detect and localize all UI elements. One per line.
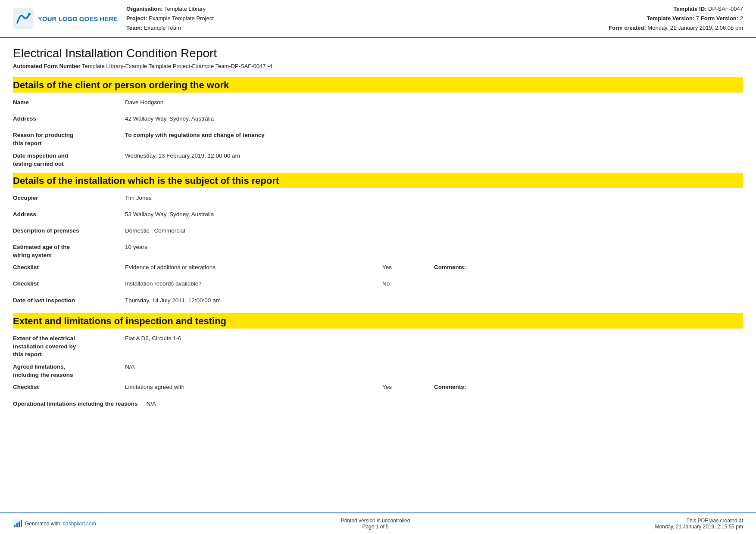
install-premises-row: Description of premises Domestic Commerc… — [13, 227, 743, 239]
extent-agreed-label: Agreed limitations,including the reasons — [13, 363, 125, 379]
install-date-last-row: Date of last inspection Thursday, 14 Jul… — [13, 297, 743, 309]
extent-operational-value: N/A — [147, 400, 743, 408]
extent-coverage-row: Extent of the electricalinstallation cov… — [13, 335, 743, 359]
client-date-row: Date inspection andtesting carried out W… — [13, 152, 743, 168]
template-version-row: Template Version: 7 Form Version: 2 — [609, 14, 743, 23]
team-label: Team: — [126, 25, 142, 31]
template-version-label: Template Version: — [647, 15, 694, 22]
client-reason-label: Reason for producingthis report — [13, 131, 125, 148]
client-date-value: Wednesday, 13 February 2019, 12:00:00 am — [125, 152, 743, 160]
form-version-value: 2 — [740, 15, 743, 22]
install-address-value: 53 Wallaby Way, Sydney, Australia — [125, 211, 743, 219]
install-premises-value: Domestic Commercial — [125, 227, 743, 235]
client-reason-row: Reason for producingthis report To compl… — [13, 131, 743, 148]
team-value: Example Team — [144, 25, 181, 31]
install-age-row: Estimated age of thewiring system 10 yea… — [13, 243, 743, 260]
install-checklist-2-yesno: No — [382, 280, 434, 287]
install-checklist-1-row: Checklist Evidence of additions or alter… — [13, 264, 743, 276]
extent-operational-row: Operational limitations including the re… — [13, 400, 743, 412]
project-label: Project: — [126, 15, 147, 22]
client-name-value: Dave Hodgson — [125, 99, 743, 107]
install-checklist-2-item: Installation records available? — [125, 280, 382, 287]
header-org-info: Organisation: Template Library Project: … — [126, 4, 600, 33]
report-title: Electrical Installation Condition Report — [13, 47, 743, 60]
svg-rect-4 — [16, 523, 18, 527]
project-row: Project: Example Template Project — [126, 14, 600, 23]
template-id-row: Template ID: DP-SAF-0047 — [609, 4, 743, 14]
page: YOUR LOGO GOES HERE Organisation: Templa… — [0, 0, 756, 534]
team-row: Team: Example Team — [126, 23, 600, 33]
extent-checklist-1-label: Checklist — [13, 384, 125, 390]
extent-agreed-value: N/A — [125, 363, 743, 371]
extent-agreed-row: Agreed limitations,including the reasons… — [13, 363, 743, 379]
footer-left: Generated with dashpivot.com — [13, 519, 96, 528]
install-occupier-row: Occupier Tim Jones — [13, 194, 743, 206]
section-client-heading: Details of the client or person ordering… — [13, 77, 743, 93]
extent-checklist-1-row: Checklist Limitations agreed with Yes Co… — [13, 384, 743, 396]
template-id-value: DP-SAF-0047 — [708, 6, 743, 12]
install-occupier-label: Occupier — [13, 194, 125, 202]
svg-rect-0 — [13, 8, 34, 29]
template-version-value: 7 — [696, 15, 699, 22]
footer-generated-link[interactable]: dashpivot.com — [62, 521, 96, 527]
svg-point-1 — [28, 13, 31, 16]
footer-page-text: Page 1 of 5 — [341, 524, 410, 530]
form-version-label: Form Version: — [701, 15, 738, 22]
footer: Generated with dashpivot.com Printed ver… — [0, 512, 756, 534]
install-address-label: Address — [13, 211, 125, 219]
install-date-last-label: Date of last inspection — [13, 297, 125, 305]
install-address-row: Address 53 Wallaby Way, Sydney, Australi… — [13, 211, 743, 223]
client-name-label: Name — [13, 99, 125, 107]
install-checklist-1-yesno: Yes — [382, 264, 434, 270]
footer-center: Printed version is uncontrolled Page 1 o… — [341, 518, 410, 530]
client-name-row: Name Dave Hodgson — [13, 99, 743, 111]
footer-generated-text: Generated with — [25, 521, 60, 527]
content: Electrical Installation Condition Report… — [0, 38, 756, 512]
organisation-row: Organisation: Template Library — [126, 4, 600, 14]
client-date-label: Date inspection andtesting carried out — [13, 152, 125, 168]
client-address-label: Address — [13, 115, 125, 123]
install-premises-label: Description of premises — [13, 227, 125, 235]
extent-checklist-1-item: Limitations agreed with — [125, 384, 382, 390]
logo-section: YOUR LOGO GOES HERE — [13, 4, 118, 33]
install-checklist-2-row: Checklist Installation records available… — [13, 280, 743, 292]
header-meta-info: Template ID: DP-SAF-0047 Template Versio… — [609, 4, 743, 33]
install-checklist-2-label: Checklist — [13, 280, 125, 287]
organisation-value: Template Library — [164, 6, 206, 12]
install-occupier-value: Tim Jones — [125, 194, 743, 202]
logo-text: YOUR LOGO GOES HERE — [38, 15, 118, 22]
svg-rect-6 — [21, 520, 22, 527]
svg-rect-5 — [19, 522, 20, 527]
footer-created-date: Monday, 21 January 2019, 2:15:55 pm — [655, 524, 743, 530]
client-reason-value: To comply with regulations and change of… — [125, 131, 743, 140]
footer-right: This PDF was created at Monday, 21 Janua… — [655, 518, 743, 530]
form-created-value: Monday, 21 January 2019, 2:06:08 pm — [647, 25, 743, 31]
install-checklist-1-item: Evidence of additions or alterations — [125, 264, 382, 270]
install-age-value: 10 years — [125, 243, 743, 251]
form-number-value: Template Library-Example Template Projec… — [82, 63, 272, 69]
extent-coverage-value: Flat A D6, Circuits 1-6 — [125, 335, 743, 343]
svg-rect-3 — [14, 525, 16, 527]
section-extent-heading: Extent and limitations of inspection and… — [13, 313, 743, 329]
project-value: Example Template Project — [149, 15, 214, 22]
template-id-label: Template ID: — [673, 6, 706, 12]
extent-checklist-1-comments-label: Comments: — [434, 384, 486, 390]
form-created-label: Form created: — [609, 25, 646, 31]
install-checklist-1-label: Checklist — [13, 264, 125, 270]
client-address-value: 42 Wallaby Way, Sydney, Australia — [125, 115, 743, 123]
extent-coverage-label: Extent of the electricalinstallation cov… — [13, 335, 125, 359]
footer-created-text: This PDF was created at — [655, 518, 743, 524]
extent-checklist-1-yesno: Yes — [382, 384, 434, 390]
extent-operational-label: Operational limitations including the re… — [13, 400, 147, 408]
install-date-last-value: Thursday, 14 July 2011, 12:00:00 am — [125, 297, 743, 305]
install-checklist-1-comments-label: Comments: — [434, 264, 486, 270]
form-number-row: Automated Form Number Template Library-E… — [13, 63, 743, 69]
form-created-row: Form created: Monday, 21 January 2019, 2… — [609, 23, 743, 33]
client-address-row: Address 42 Wallaby Way, Sydney, Australi… — [13, 115, 743, 127]
footer-printed-text: Printed version is uncontrolled — [341, 518, 410, 524]
install-age-label: Estimated age of thewiring system — [13, 243, 125, 260]
form-number-label: Automated Form Number — [13, 63, 82, 69]
logo-icon — [13, 8, 34, 29]
footer-logo-icon — [13, 519, 22, 528]
header: YOUR LOGO GOES HERE Organisation: Templa… — [0, 0, 756, 38]
